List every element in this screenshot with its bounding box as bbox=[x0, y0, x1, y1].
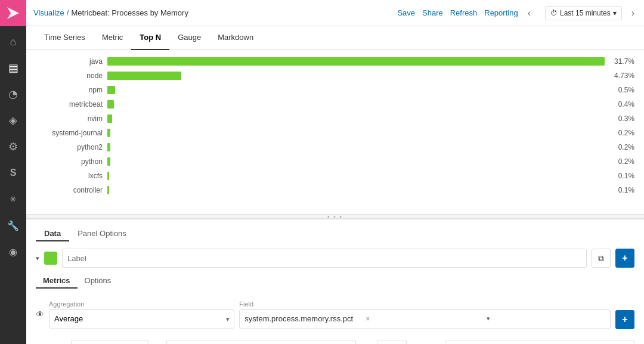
aggregation-label: Aggregation bbox=[49, 300, 234, 308]
sidebar-item-dashboard[interactable]: ◔ bbox=[0, 81, 26, 107]
bar-fill bbox=[107, 157, 110, 166]
group-by-type-wrapper: Terms Filters bbox=[71, 340, 148, 344]
bar-value: 0.1% bbox=[605, 186, 634, 194]
bar-container bbox=[107, 129, 605, 137]
bar-container bbox=[107, 57, 605, 66]
sidebar-item-ml[interactable]: S bbox=[0, 160, 26, 186]
bar-value: 0.1% bbox=[605, 172, 634, 180]
reporting-button[interactable]: Reporting bbox=[484, 8, 518, 17]
top-value-input[interactable] bbox=[377, 340, 407, 344]
nav-prev-button[interactable]: ‹ bbox=[525, 8, 533, 18]
sidebar: ⌂ ▤ ◔ ◈ ⚙ S ✳ 🔧 ◉ bbox=[0, 0, 26, 344]
collapse-series-button[interactable]: ▾ bbox=[36, 255, 39, 262]
data-tab[interactable]: Data bbox=[36, 227, 69, 241]
bar-container bbox=[107, 72, 605, 80]
sidebar-item-visualize[interactable]: ▤ bbox=[0, 55, 26, 81]
options-sub-tab[interactable]: Options bbox=[78, 274, 119, 289]
bar-fill bbox=[107, 129, 110, 137]
viz-tabs: Time Series Metric Top N Gauge Markdown bbox=[26, 26, 644, 50]
add-metric-button[interactable]: + bbox=[615, 310, 634, 329]
bar-container bbox=[107, 186, 605, 194]
main-content: Visualize / Metricbeat: Processes by Mem… bbox=[26, 0, 644, 344]
metric-tab[interactable]: Metric bbox=[94, 26, 131, 50]
group-by-field-input[interactable]: system.process.name × ▾ bbox=[166, 340, 356, 344]
series-color-swatch[interactable] bbox=[44, 252, 57, 265]
data-section: ▾ ⧉ + Metrics Options bbox=[36, 249, 634, 344]
group-by-row: Group By Terms Filters By system.process… bbox=[36, 340, 634, 344]
series-row: ▾ ⧉ + bbox=[36, 249, 634, 268]
bar-label: controller bbox=[36, 186, 107, 194]
bar-row: java31.7% bbox=[36, 55, 634, 68]
bar-fill bbox=[107, 186, 109, 194]
sidebar-item-timelion[interactable]: ◈ bbox=[0, 107, 26, 134]
sidebar-item-home[interactable]: ⌂ bbox=[0, 29, 26, 55]
group-by-type-select[interactable]: Terms Filters bbox=[71, 340, 148, 344]
bar-fill bbox=[107, 57, 605, 66]
bar-label: metricbeat bbox=[36, 100, 107, 109]
bar-fill bbox=[107, 100, 114, 109]
bar-label: node bbox=[36, 72, 107, 80]
bar-label: python bbox=[36, 157, 107, 166]
series-label-input[interactable] bbox=[62, 249, 587, 268]
bar-label: python2 bbox=[36, 143, 107, 151]
resize-handle[interactable]: • • • bbox=[26, 214, 644, 219]
bar-fill bbox=[107, 86, 115, 94]
sidebar-item-dev-tools[interactable]: 🔧 bbox=[0, 212, 26, 238]
bar-row: systemd-journal0.2% bbox=[36, 126, 634, 140]
order-by-field-input[interactable]: Average of system.process.memory... ▾ bbox=[445, 340, 634, 344]
bar-value: 0.4% bbox=[605, 100, 634, 109]
copy-series-button[interactable]: ⧉ bbox=[592, 249, 611, 268]
topbar-actions: Save Share Refresh Reporting ‹ ⏱ Last 15… bbox=[397, 6, 637, 20]
add-series-button[interactable]: + bbox=[615, 249, 634, 268]
field-dropdown-button[interactable]: ▾ bbox=[487, 315, 605, 323]
bar-fill bbox=[107, 114, 112, 123]
nav-next-button[interactable]: › bbox=[629, 8, 637, 18]
sidebar-item-monitoring[interactable]: ◉ bbox=[0, 238, 26, 265]
bar-container bbox=[107, 100, 605, 109]
bar-label: lxcfs bbox=[36, 172, 107, 180]
bar-container bbox=[107, 86, 605, 94]
bar-row: metricbeat0.4% bbox=[36, 98, 634, 111]
bar-row: node4.73% bbox=[36, 69, 634, 82]
field-input[interactable]: system.process.memory.rss.pct × ▾ bbox=[239, 309, 611, 328]
bar-value: 31.7% bbox=[605, 57, 634, 66]
time-series-tab[interactable]: Time Series bbox=[36, 26, 94, 50]
gauge-tab[interactable]: Gauge bbox=[169, 26, 209, 50]
refresh-button[interactable]: Refresh bbox=[450, 8, 478, 17]
bar-value: 0.3% bbox=[605, 114, 634, 123]
svg-marker-0 bbox=[7, 7, 19, 19]
bar-row: nvim0.3% bbox=[36, 112, 634, 125]
bar-row: npm0.5% bbox=[36, 83, 634, 97]
visualization-area: Time Series Metric Top N Gauge Markdown … bbox=[26, 26, 644, 344]
save-button[interactable]: Save bbox=[397, 8, 415, 17]
panel-options-tab[interactable]: Panel Options bbox=[69, 227, 135, 241]
topbar: Visualize / Metricbeat: Processes by Mem… bbox=[26, 0, 644, 26]
time-picker[interactable]: ⏱ Last 15 minutes ▾ bbox=[545, 6, 622, 20]
share-button[interactable]: Share bbox=[422, 8, 443, 17]
time-label: Last 15 minutes bbox=[560, 9, 611, 17]
bar-value: 0.2% bbox=[605, 143, 634, 151]
kibana-logo-icon bbox=[6, 6, 20, 20]
visibility-toggle-icon[interactable]: 👁 bbox=[36, 309, 44, 319]
bar-fill bbox=[107, 143, 110, 151]
sidebar-item-apm[interactable]: ✳ bbox=[0, 186, 26, 212]
field-clear-button[interactable]: × bbox=[366, 315, 484, 323]
bar-value: 0.5% bbox=[605, 86, 634, 94]
metrics-sub-tab[interactable]: Metrics bbox=[36, 274, 78, 289]
app-logo[interactable] bbox=[0, 0, 26, 26]
aggregation-select[interactable]: Average Sum Min Max Count bbox=[49, 309, 234, 328]
markdown-tab[interactable]: Markdown bbox=[209, 26, 262, 50]
chart-area: java31.7%node4.73%npm0.5%metricbeat0.4%n… bbox=[26, 50, 644, 214]
aggregation-field-row: 👁 Aggregation Average Sum Min Max Count bbox=[36, 299, 634, 329]
topn-tab[interactable]: Top N bbox=[131, 26, 169, 50]
field-label: Field bbox=[239, 300, 611, 308]
bar-container bbox=[107, 157, 605, 166]
bar-row: lxcfs0.1% bbox=[36, 169, 634, 182]
sidebar-item-canvas[interactable]: ⚙ bbox=[0, 134, 26, 160]
visualize-link[interactable]: Visualize bbox=[33, 8, 64, 17]
bar-label: nvim bbox=[36, 114, 107, 123]
bar-fill bbox=[107, 172, 109, 180]
bar-container bbox=[107, 143, 605, 151]
bar-value: 0.2% bbox=[605, 157, 634, 166]
breadcrumb-separator: / bbox=[67, 8, 69, 17]
